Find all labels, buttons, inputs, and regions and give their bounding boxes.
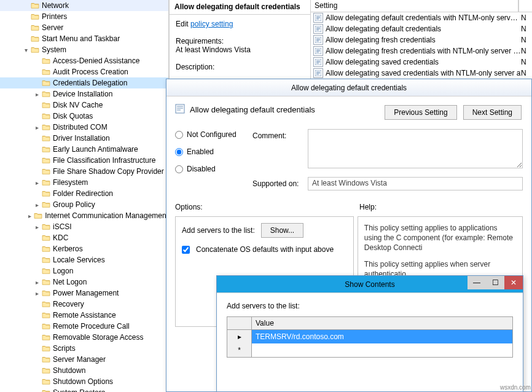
- show-button[interactable]: Show...: [261, 223, 303, 238]
- expander-icon[interactable]: [33, 345, 41, 352]
- radio-disabled[interactable]: Disabled: [175, 165, 252, 173]
- expander-icon[interactable]: [33, 79, 41, 87]
- show-titlebar[interactable]: Show Contents — ☐ ✕: [217, 276, 523, 293]
- previous-setting-button[interactable]: Previous Setting: [385, 105, 456, 120]
- expander-icon[interactable]: [33, 378, 41, 385]
- tree-item[interactable]: File Classification Infrastructure: [0, 155, 168, 166]
- tree-item[interactable]: Shutdown Options: [0, 376, 168, 387]
- edit-policy-link[interactable]: policy setting: [190, 20, 233, 28]
- tree-item[interactable]: Early Launch Antimalware: [0, 144, 168, 155]
- expander-icon[interactable]: [33, 234, 41, 241]
- expander-icon[interactable]: [33, 190, 41, 197]
- tree-item[interactable]: ▸Power Management: [0, 288, 168, 299]
- list-row[interactable]: Allow delegating default credentials wit…: [311, 12, 532, 23]
- col-value[interactable]: Value: [252, 317, 278, 329]
- expander-icon[interactable]: [33, 68, 41, 76]
- tree-item[interactable]: Locale Services: [0, 254, 168, 265]
- radio-not-configured[interactable]: Not Configured: [175, 130, 252, 139]
- expander-icon[interactable]: ▸: [33, 278, 41, 286]
- maximize-button[interactable]: ☐: [486, 276, 504, 289]
- grid-row[interactable]: ▸ TERMSRV/rd.contoso.com: [227, 330, 512, 343]
- list-row[interactable]: Allow delegating fresh credentials with …: [311, 45, 532, 57]
- tree-item[interactable]: Access-Denied Assistance: [0, 55, 168, 66]
- tree-item[interactable]: ▸Distributed COM: [0, 122, 168, 133]
- list-row[interactable]: Allow delegating saved credentialsN: [311, 57, 532, 68]
- expander-icon[interactable]: ▸: [33, 201, 41, 208]
- expander-icon[interactable]: [33, 57, 41, 65]
- expander-icon[interactable]: [33, 245, 41, 253]
- list-row[interactable]: Allow delegating saved credentials with …: [311, 68, 532, 79]
- tree-item[interactable]: File Share Shadow Copy Provider: [0, 166, 168, 177]
- expander-icon[interactable]: [22, 24, 29, 31]
- expander-icon[interactable]: [33, 334, 41, 341]
- expander-icon[interactable]: [22, 13, 29, 20]
- tree-item[interactable]: Shutdown: [0, 365, 168, 376]
- expander-icon[interactable]: [33, 135, 41, 142]
- tree-item[interactable]: Logon: [0, 265, 168, 276]
- dialog-titlebar[interactable]: Allow delegating default credentials: [166, 79, 531, 96]
- expander-icon[interactable]: [33, 256, 41, 264]
- tree-item[interactable]: ▸Device Installation: [0, 88, 168, 100]
- tree-item[interactable]: Server Manager: [0, 354, 168, 365]
- tree-item[interactable]: Folder Redirection: [0, 188, 168, 199]
- tree-item[interactable]: Server: [0, 22, 168, 33]
- expander-icon[interactable]: [33, 323, 41, 330]
- list-row[interactable]: Allow delegating fresh credentialsN: [311, 34, 532, 45]
- tree-item[interactable]: Remote Procedure Call: [0, 321, 168, 332]
- expander-icon[interactable]: [33, 168, 41, 175]
- settings-list[interactable]: Setting Allow delegating default credent…: [310, 0, 532, 79]
- value-cell[interactable]: TERMSRV/rd.contoso.com: [252, 330, 512, 343]
- tree-item[interactable]: Recovery: [0, 299, 168, 310]
- expander-icon[interactable]: ▸: [27, 212, 33, 219]
- tree-item[interactable]: ▸iSCSI: [0, 221, 168, 232]
- tree-item[interactable]: ▸Internet Communication Management: [0, 210, 168, 221]
- tree-item[interactable]: Start Menu and Taskbar: [0, 33, 168, 44]
- tree-item[interactable]: Credentials Delegation: [0, 77, 168, 88]
- expander-icon[interactable]: [33, 389, 41, 392]
- tree-item[interactable]: Network: [0, 0, 168, 11]
- expander-icon[interactable]: ▸: [33, 223, 41, 230]
- tree-item[interactable]: ▸Filesystem: [0, 177, 168, 188]
- col-setting[interactable]: Setting: [311, 0, 518, 12]
- expander-icon[interactable]: ▸: [33, 123, 41, 131]
- grid-row-new[interactable]: *: [227, 343, 512, 357]
- tree-item[interactable]: KDC: [0, 232, 168, 243]
- list-header[interactable]: Setting: [311, 0, 532, 12]
- expander-icon[interactable]: ▾: [22, 46, 29, 53]
- tree-item[interactable]: Removable Storage Access: [0, 332, 168, 343]
- tree-item[interactable]: ▸Net Logon: [0, 276, 168, 288]
- tree-item[interactable]: Remote Assistance: [0, 310, 168, 321]
- expander-icon[interactable]: [33, 157, 41, 164]
- tree-item[interactable]: Kerberos: [0, 243, 168, 254]
- expander-icon[interactable]: [33, 367, 41, 374]
- list-row[interactable]: Allow delegating default credentialsN: [311, 23, 532, 34]
- value-cell-empty[interactable]: [252, 343, 512, 357]
- tree-item[interactable]: System Restore: [0, 387, 168, 392]
- expander-icon[interactable]: [22, 35, 29, 42]
- expander-icon[interactable]: [33, 112, 41, 120]
- col-state[interactable]: [518, 0, 532, 12]
- expander-icon[interactable]: [33, 300, 41, 308]
- tree-item[interactable]: Audit Process Creation: [0, 66, 168, 77]
- expander-icon[interactable]: ▸: [33, 90, 41, 98]
- value-grid[interactable]: Value ▸ TERMSRV/rd.contoso.com *: [227, 316, 513, 358]
- comment-field[interactable]: [308, 129, 523, 168]
- expander-icon[interactable]: ▸: [33, 289, 41, 297]
- expander-icon[interactable]: ▸: [33, 179, 41, 186]
- next-setting-button[interactable]: Next Setting: [463, 105, 522, 120]
- expander-icon[interactable]: [33, 356, 41, 363]
- minimize-button[interactable]: —: [467, 276, 486, 289]
- expander-icon[interactable]: [33, 146, 41, 153]
- tree-item[interactable]: Driver Installation: [0, 133, 168, 144]
- expander-icon[interactable]: [22, 2, 29, 9]
- tree-item[interactable]: Printers: [0, 11, 168, 22]
- close-button[interactable]: ✕: [504, 276, 523, 289]
- tree-item[interactable]: Scripts: [0, 343, 168, 354]
- tree-item[interactable]: Disk NV Cache: [0, 100, 168, 111]
- expander-icon[interactable]: [33, 312, 41, 319]
- tree-item[interactable]: Disk Quotas: [0, 111, 168, 122]
- tree-item[interactable]: ▸Group Policy: [0, 199, 168, 210]
- concat-checkbox[interactable]: Concatenate OS defaults with input above: [182, 245, 347, 254]
- folder-tree[interactable]: NetworkPrintersServerStart Menu and Task…: [0, 0, 169, 392]
- radio-enabled[interactable]: Enabled: [175, 147, 252, 156]
